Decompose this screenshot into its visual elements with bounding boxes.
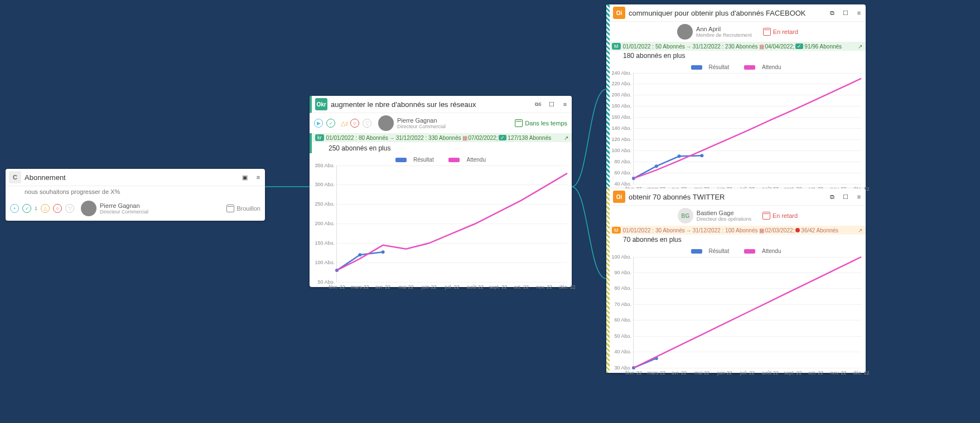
svg-point-4 — [655, 164, 658, 168]
m-badge: M — [612, 227, 621, 234]
m-badge: M — [612, 43, 621, 50]
m-info-row: M 01/01/2022 : 50 Abonnés→ 31/12/2022 : … — [606, 42, 866, 51]
focus-icon[interactable]: ▣ — [239, 172, 250, 182]
owner-name: Bastien Gage — [697, 210, 751, 216]
m-info-row: M 01/01/2022 : 30 Abonnés→ 31/12/2022 : … — [606, 226, 866, 235]
avatar — [81, 201, 96, 216]
kr-info-row: kr 01/01/2022 : 80 Abonnés → 31/12/2022 … — [310, 133, 572, 142]
calendar-icon — [763, 28, 771, 36]
alert-dot-icon — [795, 228, 800, 232]
status-ok-count: 1 — [35, 206, 37, 211]
avatar — [677, 24, 693, 40]
owner-role: Directeur Commercial — [100, 209, 148, 215]
status-warn-icon: △2 — [341, 120, 348, 127]
challenge-subtitle: nous souhaitons progresser de X% — [6, 186, 265, 198]
menu-icon[interactable]: ≡ — [853, 8, 865, 18]
owner-role: Directeur des opérations — [697, 216, 751, 222]
owner-name: Pierre Gagnan — [100, 202, 148, 209]
owner-name: Pierre Gagnan — [397, 117, 446, 124]
link-icon[interactable]: ☐ — [840, 8, 851, 18]
svg-point-1 — [358, 253, 361, 256]
menu-icon[interactable]: ≡ — [853, 192, 865, 202]
oi-status: En retard — [762, 212, 798, 220]
kr-title: 250 abonnés en plus — [310, 142, 572, 153]
okr-badge: Okr — [315, 98, 327, 110]
menu-icon[interactable]: ≡ — [253, 172, 264, 182]
link-icon[interactable]: ☐ — [840, 192, 851, 202]
menu-icon[interactable]: ≡ — [559, 99, 571, 109]
oi-status: En retard — [763, 28, 798, 36]
oi-badge: Oi — [613, 191, 625, 203]
calendar-icon — [762, 212, 770, 220]
oi-card-facebook[interactable]: Oi communiquer pour obtenir plus d'abonn… — [606, 4, 866, 189]
edit-icon[interactable]: ↗ — [564, 135, 568, 141]
status-dot-ok — [326, 119, 335, 128]
hierarchy-icon[interactable]: ⧉ — [827, 192, 838, 202]
check-chip-icon: ✓ — [795, 43, 803, 49]
svg-point-2 — [382, 250, 385, 254]
avatar — [378, 115, 394, 131]
avatar-initials: BG — [678, 208, 693, 223]
status-dot-info: ▶ — [314, 119, 323, 128]
oi-card-twitter[interactable]: Oi obtenir 70 abonnés TWITTER ⧉ ☐ ≡ BG B… — [606, 188, 866, 373]
challenge-title: Abonnement — [25, 170, 238, 185]
calendar-mini-icon: ▦ — [462, 135, 467, 141]
status-dot-err: ○ — [350, 119, 359, 128]
m-title: 70 abonnés en plus — [606, 235, 866, 245]
stripe — [606, 188, 610, 373]
hierarchy-icon[interactable]: ⧉ — [827, 8, 838, 18]
status-dot-err: ○ — [53, 204, 62, 213]
okr-title: augmenter le nbre d'abonnés sur les rése… — [331, 97, 532, 112]
oi-title: obtenir 70 abonnés TWITTER — [629, 189, 825, 205]
m-title: 180 abonnés en plus — [606, 51, 866, 61]
calendar-icon — [515, 119, 523, 127]
okr-chart: Résultat Attendu 50 Abo.100 Abo.150 Abo.… — [310, 153, 572, 287]
owner-role: Membre de Recrutement — [696, 32, 752, 38]
owner-role: Directeur Commercial — [397, 124, 446, 129]
okr-card[interactable]: Okr augmenter le nbre d'abonnés sur les … — [310, 96, 572, 287]
challenge-badge: C — [9, 171, 21, 183]
challenge-status: Brouillon — [226, 205, 260, 212]
calendar-icon — [226, 205, 234, 212]
calendar-mini-icon: ▦ — [759, 43, 764, 50]
status-dot-warn: △ — [41, 204, 50, 213]
link-icon[interactable]: ☐ — [546, 99, 557, 109]
status-dot-info: • — [10, 204, 19, 213]
status-dot-ok — [22, 204, 31, 213]
svg-point-6 — [700, 154, 703, 157]
kr-badge: kr — [315, 134, 324, 141]
status-dot-none: ▽ — [363, 119, 371, 128]
check-chip-icon: ✓ — [499, 135, 506, 140]
okr-status: Dans les temps — [515, 119, 567, 127]
calendar-mini-icon: ▦ — [759, 227, 764, 234]
oi2-chart: Résultat Attendu 30 Abo.40 Abo.50 Abo.60… — [606, 245, 866, 373]
oi-badge: Oi — [613, 7, 625, 19]
oi1-chart: Résultat Attendu 40 Abo.60 Abo.80 Abo.10… — [606, 61, 866, 189]
owner-name: Ann April — [696, 26, 752, 32]
status-dot-none: ▽ — [65, 204, 74, 213]
edit-icon[interactable]: ↗ — [858, 43, 862, 50]
edit-icon[interactable]: ↗ — [858, 227, 862, 234]
svg-point-5 — [678, 154, 681, 158]
hierarchy-icon[interactable]: ⧉6 — [533, 99, 544, 109]
challenge-card[interactable]: C Abonnement ▣ ≡ nous souhaitons progres… — [6, 169, 265, 221]
oi-title: communiquer pour obtenir plus d'abonnés … — [629, 6, 825, 21]
